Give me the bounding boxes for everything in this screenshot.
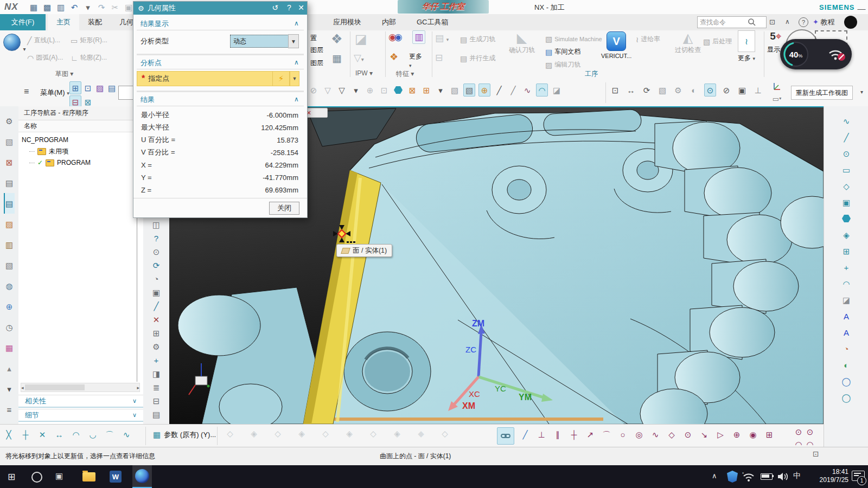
reset-icon[interactable]: ↺ (270, 3, 280, 12)
rect-caret-icon[interactable]: ▾ (435, 84, 446, 96)
ime-indicator[interactable]: 中 (793, 471, 801, 481)
ipw-group-label[interactable]: IPW ▾ (355, 69, 373, 77)
help-icon[interactable]: ? (799, 17, 808, 27)
layer-window-icon[interactable]: ▦ (332, 52, 342, 65)
close-button[interactable]: 关闭 (269, 202, 299, 215)
avatar[interactable] (844, 16, 857, 29)
snap-point-icon[interactable]: ⊕ (478, 84, 490, 97)
parts-icon[interactable]: ▧ (4, 255, 15, 275)
parameters-button[interactable]: ▦ 参数 (原有) (Y)... (153, 430, 216, 440)
feed-rate-button[interactable]: ≀进给率 (636, 35, 660, 44)
find-in-window-icon[interactable]: ⊡ (379, 84, 390, 96)
surface-5-icon[interactable]: ◇ (320, 427, 331, 439)
show-hide-icon[interactable]: ⊘ (721, 84, 732, 96)
search-icon[interactable] (748, 18, 756, 27)
operation-more-button[interactable]: ≀ 更多 ▾ (738, 30, 755, 63)
line-tool-button[interactable]: ╱ 直线(L)... (27, 36, 60, 45)
recorder-overlay[interactable]: 40% (780, 39, 852, 69)
file-explorer-icon[interactable] (82, 472, 95, 481)
face-analysis-icon[interactable]: ◫ (151, 218, 162, 232)
intersection-snap-icon[interactable]: ┼ (569, 428, 579, 440)
mini-circle-1-icon[interactable]: ⊙ (793, 426, 804, 438)
section-result-display[interactable]: 结果显示 (141, 19, 169, 29)
dialog-close-icon[interactable]: ✕ (296, 3, 306, 12)
layer-label-1[interactable]: 图层 (310, 46, 323, 55)
delete-tool-icon[interactable]: ✕ (151, 313, 162, 326)
minimize-icon[interactable]: — (856, 2, 867, 14)
text-a-icon[interactable]: A (841, 308, 852, 324)
type-filter-icon[interactable]: ⊞ (69, 81, 81, 94)
end-point-snap-icon[interactable]: ⊥ (536, 428, 547, 440)
wifi-icon[interactable]: * (742, 472, 755, 481)
arc-tool-button[interactable]: ◠ 圆弧(A)... (27, 53, 63, 62)
undo-caret-icon[interactable]: ▾ (82, 1, 93, 13)
diamond-view-icon[interactable]: ◇ (841, 178, 852, 194)
stretch-curve-icon[interactable]: ↔ (54, 428, 65, 440)
surface-9-icon[interactable]: ◆ (416, 427, 426, 439)
clock-tool-icon[interactable]: ◔ (151, 272, 162, 286)
fit-view-icon[interactable]: ↔ (626, 84, 636, 96)
scroll-right-icon[interactable]: ▸ (137, 385, 139, 390)
tool-path-icon[interactable]: ⊟ (435, 52, 443, 63)
info-icon[interactable]: ◍ (4, 275, 15, 296)
analysis-type-dropdown[interactable]: 动态 (230, 35, 294, 48)
point-on-line-icon[interactable]: ╱ (508, 84, 519, 96)
mini-circle-2-icon[interactable]: ⊙ (805, 426, 815, 438)
gear-icon[interactable]: ⚙ (4, 111, 15, 131)
half-shade-icon[interactable]: ◨ (151, 367, 162, 381)
operation-navigator-icon[interactable]: ▤ (4, 193, 15, 214)
surface-8-icon[interactable]: ◈ (392, 427, 403, 439)
quadrant-snap-icon[interactable]: ◇ (666, 428, 677, 440)
brush-icon[interactable]: ◔ (841, 341, 852, 357)
detail-filter-icon[interactable]: ⊡ (82, 82, 93, 94)
save-icon[interactable]: ▦ (28, 1, 39, 13)
arrow-snap-icon[interactable]: ↗ (585, 428, 596, 440)
color-filter-icon[interactable]: ▨ (94, 82, 105, 94)
no-selection-filter-icon[interactable]: ⊘ (308, 84, 319, 96)
word-app-icon[interactable]: W (110, 471, 122, 483)
simulate-machine-button[interactable]: ▧Simulate Machine (545, 35, 602, 43)
trim-curve-icon[interactable]: ╳ (3, 428, 14, 440)
line-view-icon[interactable]: ╱ (841, 129, 852, 145)
save-all-icon[interactable]: ▥ (55, 1, 66, 13)
select-group-icon[interactable]: ⊕ (365, 84, 375, 96)
circle-snap-icon[interactable]: ○ (617, 428, 628, 440)
grid-view-icon[interactable]: ⊞ (841, 243, 852, 259)
arc-down-icon[interactable]: ◡ (87, 428, 98, 440)
nx-app-taskbar-icon[interactable] (132, 465, 152, 488)
face-tool-icon[interactable]: ◪ (551, 84, 562, 96)
spline-curve-icon[interactable]: ∿ (121, 428, 132, 440)
layer-label-2[interactable]: 图层 (310, 59, 323, 68)
collapse-up-icon[interactable]: ▴ (4, 358, 15, 378)
surface-2-icon[interactable]: ◈ (248, 427, 259, 439)
assembly-navigator-icon[interactable]: ▧ (4, 131, 15, 152)
arc-snap-icon[interactable]: ⌒ (601, 428, 612, 440)
layer-settings-label[interactable]: 置 (310, 34, 317, 43)
gear-display-icon[interactable]: ⚙ (673, 84, 684, 96)
tangent-snap-icon[interactable]: ↘ (699, 428, 710, 440)
expand-down-icon[interactable]: ▾ (4, 378, 15, 399)
text-a2-icon[interactable]: A (841, 324, 852, 341)
list-tool-icon[interactable]: ≣ (151, 381, 162, 394)
ipw-cone-icon[interactable]: ▽▾ (354, 52, 364, 64)
line-tool-icon[interactable]: ╱ (494, 84, 505, 96)
undo-icon[interactable]: ↶ (69, 1, 80, 13)
regenerate-work-view-button[interactable]: 重新生成工作视图 (791, 86, 853, 100)
point-dialog-button[interactable]: ⚡ (272, 71, 290, 86)
center-snap-icon[interactable]: ◎ (634, 428, 644, 440)
feature-star-icon[interactable]: ❖ (390, 51, 398, 63)
layer-filter-icon[interactable]: ▤ (106, 82, 117, 94)
menu-hamburger-icon[interactable]: ≡ (24, 87, 29, 97)
edit-toolpath-button[interactable]: ▨编辑刀轨 (545, 60, 580, 69)
spline-view-icon[interactable]: ∿ (841, 113, 852, 129)
csys-zyx-icon[interactable] (771, 81, 782, 92)
antivirus-shield-icon[interactable] (727, 471, 738, 483)
surface-3-icon[interactable]: ◇ (272, 427, 283, 439)
toolbar-overflow-icon[interactable]: ▾ (860, 89, 863, 95)
vericut-button[interactable]: V VERICUT... (601, 31, 631, 59)
binoculars-icon[interactable]: ◉◉ (388, 31, 400, 43)
verify-toolpath-button[interactable]: ◣ 确认刀轨 (509, 30, 535, 55)
generate-toolpath-button[interactable]: ▤生成刀轨 (460, 35, 495, 44)
minimize-ribbon-icon[interactable]: ∧ (785, 18, 790, 25)
dialog-help-icon[interactable]: ? (284, 3, 294, 12)
